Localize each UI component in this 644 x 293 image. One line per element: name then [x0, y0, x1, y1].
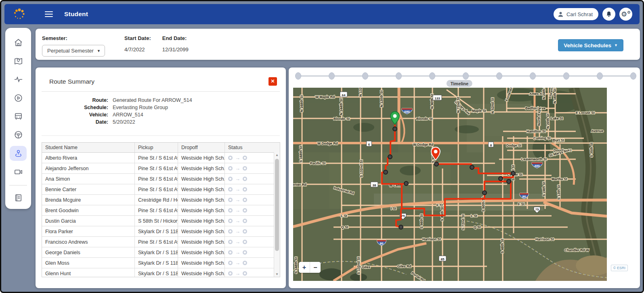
svg-text:680: 680: [404, 110, 410, 114]
timeline-node[interactable]: [630, 72, 636, 80]
street-label: E Locust St: [576, 111, 595, 115]
street-label: Martha St: [552, 177, 567, 181]
street-label: L St: [471, 214, 477, 218]
sidebar-item-vehicles[interactable]: [10, 109, 27, 124]
student-name-cell: Dustin Garcia: [42, 216, 135, 226]
route-stop-marker[interactable]: [434, 162, 438, 166]
donut-icon: [243, 187, 247, 192]
sidebar-item-activity[interactable]: [10, 72, 27, 87]
timeline-node[interactable]: [329, 72, 335, 80]
route-stop-marker[interactable]: [482, 191, 487, 195]
street-label: N 20th St: [546, 114, 550, 129]
scroll-up-icon[interactable]: ▲: [274, 153, 280, 157]
sidebar-item-drivers[interactable]: [10, 127, 27, 142]
scroll-down-icon[interactable]: ▼: [274, 272, 280, 276]
timeline-node[interactable]: [563, 72, 569, 80]
street-label: S 98th St: [420, 214, 424, 229]
app-logo-icon: [13, 8, 25, 20]
table-scrollbar[interactable]: ▲ ▼: [274, 152, 280, 277]
student-name-cell: Glenn Hunt: [42, 268, 135, 277]
sidebar-item-map[interactable]: [10, 54, 27, 69]
timeline-node[interactable]: [463, 72, 469, 80]
highway-shield: 6: [367, 141, 372, 146]
route-stop-marker[interactable]: [388, 155, 392, 159]
table-row[interactable]: Glen MossSkylark Dr / S 118t...Westside …: [42, 258, 280, 268]
route-stop-marker[interactable]: [393, 127, 397, 131]
table-row[interactable]: Alberto RiveraPine St / S 61st AveWestsi…: [42, 153, 280, 163]
sidebar-item-logs[interactable]: [10, 190, 27, 205]
timeline-node[interactable]: [396, 72, 402, 80]
route-stop-marker[interactable]: [499, 177, 503, 181]
timeline-node[interactable]: [295, 72, 301, 80]
activity-icon: [14, 75, 23, 84]
street-label: N 16th St: [553, 89, 557, 103]
timeline-node[interactable]: [597, 72, 603, 80]
semester-select[interactable]: Perpetual Semester ▼: [42, 45, 105, 57]
notifications-button[interactable]: [602, 8, 615, 21]
hamburger-menu-icon[interactable]: [45, 10, 53, 19]
arrow-right-icon: →: [235, 218, 240, 223]
pickup-cell: Skylark Dr / S 118t...: [135, 258, 178, 268]
status-cell: →: [225, 268, 270, 277]
field-value: ARROW_514: [113, 112, 143, 118]
sidebar-item-home[interactable]: [10, 35, 27, 50]
close-button[interactable]: ✕: [269, 77, 277, 86]
settings-button[interactable]: ⚙⚙: [619, 8, 632, 21]
route-stop-marker[interactable]: [511, 171, 515, 175]
route-stop-marker[interactable]: [404, 181, 408, 185]
student-name-cell: Glen Moss: [42, 258, 135, 268]
sidebar-item-students[interactable]: [10, 146, 27, 161]
street-label: S 48th St: [500, 238, 504, 253]
table-row[interactable]: Francisco AndrewsPine St / S 61st AveWes…: [42, 237, 280, 247]
field-label: Date:: [36, 119, 108, 125]
timeline-node[interactable]: [530, 72, 536, 80]
pickup-cell: Pine St / S 61st Ave: [135, 184, 178, 194]
bus-icon: [14, 112, 23, 121]
route-stop-marker[interactable]: [384, 170, 388, 174]
pickup-cell: Skylark Dr / S 118t...: [135, 268, 178, 277]
scrollbar-thumb[interactable]: [275, 159, 279, 251]
dropoff-cell: Westside High Sch...: [178, 205, 225, 215]
table-row[interactable]: Bennie CarterPine St / S 61st AveWestsid…: [42, 184, 280, 195]
satellite-map[interactable]: W Maple RdAmes AveBedford AveE Locust St…: [293, 88, 607, 281]
steering-wheel-icon: [14, 130, 23, 139]
field-value: Generated Route For ARROW_514: [113, 97, 192, 103]
arrow-right-icon: →: [235, 250, 240, 255]
table-row[interactable]: Brenda McguireCrestridge Rd / Ho...Wests…: [42, 195, 280, 205]
status-cell: →: [225, 226, 270, 236]
route-field-row: Schedule:Everlasting Route Group: [36, 105, 286, 110]
timeline-node[interactable]: [496, 72, 502, 80]
user-name: Carl Schrat: [566, 11, 593, 17]
column-header[interactable]: Dropoff: [178, 143, 225, 152]
status-cell: →: [225, 205, 270, 215]
table-row[interactable]: Alejandro JeffersonPine St / S 61st AveW…: [42, 163, 280, 174]
user-menu-button[interactable]: Carl Schrat: [554, 8, 598, 20]
column-header[interactable]: Status: [225, 143, 270, 152]
arrow-right-icon: →: [235, 197, 240, 202]
students-table: Student NamePickupDropoffStatus Alberto …: [42, 142, 280, 277]
route-stop-marker[interactable]: [399, 225, 403, 229]
street-label: Avenue: [591, 129, 604, 133]
table-row[interactable]: Dustin GarciaS 58th St / Hickory StWests…: [42, 216, 280, 226]
route-stop-marker[interactable]: [470, 165, 474, 169]
table-row[interactable]: Flora ParkerSkylark Dr / S 118t...Westsi…: [42, 226, 280, 237]
zoom-in-button[interactable]: +: [299, 262, 310, 273]
column-header[interactable]: Pickup: [135, 143, 178, 152]
svg-text:38: 38: [373, 183, 376, 187]
route-timeline[interactable]: Timeline: [289, 67, 640, 88]
sidebar-item-playback[interactable]: [10, 91, 27, 105]
street-label: S 84th St: [440, 206, 444, 221]
table-row[interactable]: Ana SimonPine St / S 61st AveWestside Hi…: [42, 174, 280, 184]
table-row[interactable]: George DanielsSkylark Dr / S 118t...West…: [42, 247, 280, 258]
sidebar-item-cameras[interactable]: [10, 164, 27, 179]
timeline-label: Timeline: [447, 80, 472, 87]
route-stop-marker[interactable]: [507, 179, 511, 183]
column-header[interactable]: Student Name: [42, 143, 135, 152]
timeline-node[interactable]: [362, 72, 368, 80]
table-row[interactable]: Glenn HuntSkylark Dr / S 118t...Westside…: [42, 268, 280, 277]
zoom-out-button[interactable]: −: [310, 262, 321, 273]
semester-value: Perpetual Semester: [47, 48, 94, 54]
timeline-node[interactable]: [429, 72, 435, 80]
table-row[interactable]: Brent GoodwinPine St / S 61st AveWestsid…: [42, 205, 280, 216]
vehicle-schedules-button[interactable]: Vehicle Schedules ▼: [558, 39, 623, 51]
